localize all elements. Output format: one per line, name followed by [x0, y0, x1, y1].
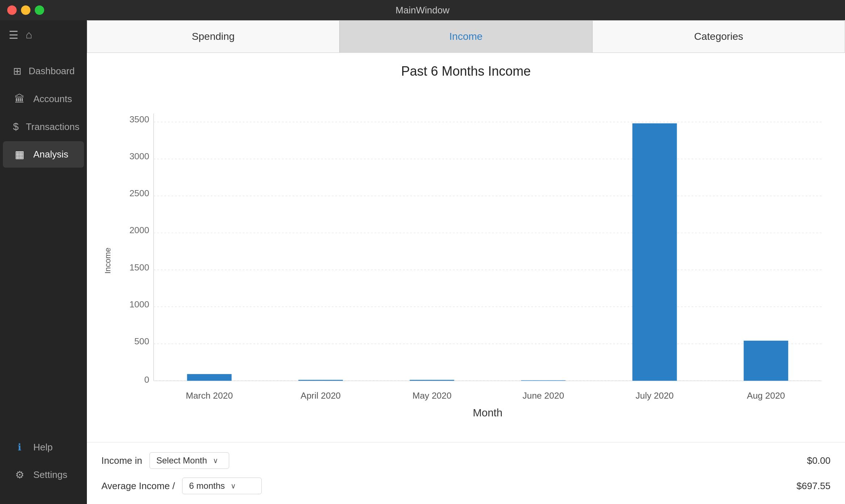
avg-income-row: Average Income / 6 months ∨ $697.55	[101, 475, 831, 497]
avg-income-left: Average Income / 6 months ∨	[101, 478, 262, 494]
titlebar-buttons	[7, 5, 44, 15]
income-in-value: $0.00	[807, 455, 831, 466]
svg-text:3000: 3000	[129, 151, 149, 161]
chart-plot-area: 0 500 1000 1500 2000 2500	[118, 86, 831, 435]
hamburger-icon[interactable]: ☰	[9, 29, 18, 41]
bar-july-2020	[632, 123, 677, 381]
titlebar: MainWindow	[0, 0, 845, 20]
months-dropdown[interactable]: 6 months ∨	[182, 478, 262, 494]
tab-spending[interactable]: Spending	[87, 20, 340, 53]
minimize-button[interactable]	[21, 5, 30, 15]
close-button[interactable]	[7, 5, 17, 15]
sidebar-label-help: Help	[33, 442, 52, 453]
sidebar-nav: ⊞ Dashboard 🏛 Accounts $ Transactions ▦ …	[0, 49, 87, 433]
svg-text:Month: Month	[473, 407, 503, 419]
y-axis-label: Income	[101, 86, 114, 435]
sidebar-label-analysis: Analysis	[33, 149, 68, 160]
accounts-icon: 🏛	[13, 93, 26, 105]
bar-aug-2020	[744, 341, 788, 381]
maximize-button[interactable]	[35, 5, 44, 15]
bar-may-2020	[410, 380, 454, 381]
sidebar-item-accounts[interactable]: 🏛 Accounts	[3, 86, 84, 112]
content-area: Spending Income Categories Past 6 Months…	[87, 20, 845, 504]
tab-categories[interactable]: Categories	[592, 20, 845, 53]
svg-text:March 2020: March 2020	[186, 391, 233, 400]
tabs: Spending Income Categories	[87, 20, 845, 53]
settings-icon: ⚙	[13, 469, 26, 481]
dashboard-icon: ⊞	[13, 65, 21, 77]
svg-text:2000: 2000	[129, 225, 149, 235]
analysis-icon: ▦	[13, 148, 26, 160]
sidebar-item-transactions[interactable]: $ Transactions	[3, 114, 84, 140]
sidebar-item-analysis[interactable]: ▦ Analysis	[3, 141, 84, 168]
svg-text:3500: 3500	[129, 114, 149, 124]
bar-june-2020	[521, 380, 566, 381]
sidebar-top: ☰ ⌂	[0, 20, 87, 49]
income-in-left: Income in Select Month ∨	[101, 452, 229, 469]
home-icon[interactable]: ⌂	[26, 29, 32, 41]
svg-text:Aug 2020: Aug 2020	[747, 391, 785, 400]
income-in-label: Income in	[101, 455, 142, 466]
svg-text:0: 0	[144, 375, 149, 385]
chart-inner: Income 0 500	[101, 86, 831, 435]
sidebar-label-accounts: Accounts	[33, 93, 72, 105]
svg-text:1000: 1000	[129, 299, 149, 309]
help-icon: ℹ	[13, 442, 26, 453]
svg-text:June 2020: June 2020	[522, 391, 564, 400]
chart-container: Past 6 Months Income Income 0	[87, 53, 845, 442]
svg-text:2500: 2500	[129, 188, 149, 198]
tab-income[interactable]: Income	[340, 20, 592, 53]
bottom-controls: Income in Select Month ∨ $0.00 Average I…	[87, 442, 845, 504]
income-in-row: Income in Select Month ∨ $0.00	[101, 450, 831, 471]
sidebar-label-dashboard: Dashboard	[29, 66, 75, 77]
svg-text:1500: 1500	[129, 262, 149, 272]
bar-april-2020	[298, 380, 343, 381]
sidebar-item-dashboard[interactable]: ⊞ Dashboard	[3, 58, 84, 84]
chart-title: Past 6 Months Income	[101, 64, 831, 79]
select-month-chevron-icon: ∨	[213, 456, 218, 465]
window-title: MainWindow	[396, 5, 450, 16]
select-month-dropdown[interactable]: Select Month ∨	[150, 452, 229, 469]
svg-text:July 2020: July 2020	[636, 391, 674, 400]
avg-income-label: Average Income /	[101, 480, 175, 492]
app-body: ☰ ⌂ ⊞ Dashboard 🏛 Accounts $ Transaction…	[0, 20, 845, 504]
sidebar-bottom: ℹ Help ⚙ Settings	[0, 433, 87, 504]
avg-income-value: $697.55	[796, 480, 831, 492]
sidebar-item-settings[interactable]: ⚙ Settings	[3, 462, 84, 488]
sidebar: ☰ ⌂ ⊞ Dashboard 🏛 Accounts $ Transaction…	[0, 20, 87, 504]
sidebar-label-settings: Settings	[33, 469, 67, 480]
svg-text:500: 500	[134, 336, 149, 346]
transactions-icon: $	[13, 121, 19, 133]
svg-text:April 2020: April 2020	[300, 391, 341, 400]
bar-chart-svg: 0 500 1000 1500 2000 2500	[118, 86, 831, 435]
chart-svg-wrap: 0 500 1000 1500 2000 2500	[118, 86, 831, 435]
months-chevron-icon: ∨	[231, 482, 236, 490]
months-text: 6 months	[189, 481, 225, 491]
sidebar-item-help[interactable]: ℹ Help	[3, 434, 84, 460]
svg-text:May 2020: May 2020	[412, 391, 451, 400]
sidebar-label-transactions: Transactions	[26, 121, 80, 133]
select-month-text: Select Month	[156, 455, 207, 466]
bar-march-2020	[187, 374, 232, 381]
